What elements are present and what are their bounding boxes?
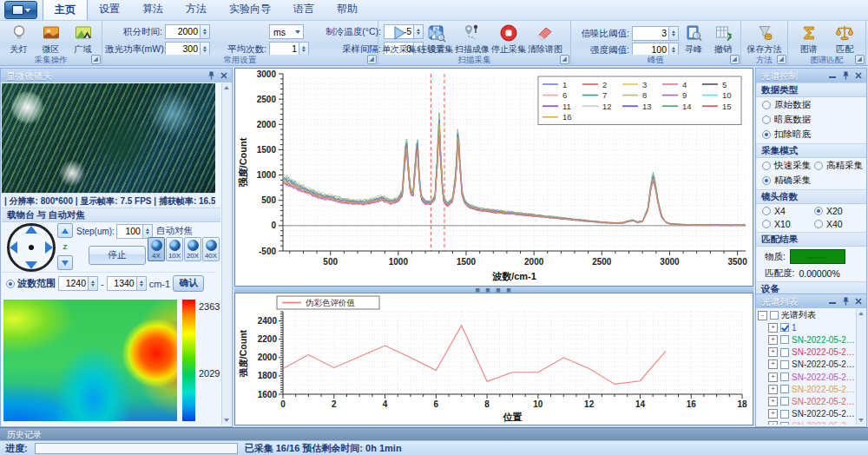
stage-dpad[interactable] [7,223,56,272]
lens-10x-button[interactable]: 10X [166,237,183,261]
radio-icon[interactable] [762,130,771,139]
lens-40x-button[interactable]: 40X [202,237,220,261]
dialog-launcher-icon[interactable] [730,55,740,64]
lamp-off-button[interactable]: 关灯 [3,23,35,56]
ribbon-tab-6[interactable]: 帮助 [326,0,369,20]
lens-4x-button[interactable]: 4X [148,237,165,261]
dialog-launcher-icon[interactable] [855,55,865,64]
tree-item-7[interactable]: +SN-2022-05-24-17-07-4... [758,408,857,420]
option-dark-data[interactable]: 暗底数据 [756,112,866,127]
snr-threshold-stepper[interactable]: 3 [632,26,679,41]
evaluation-chart[interactable]: 02468101214161816001800200022002400伪彩色评价… [235,293,753,425]
radio-icon[interactable] [814,220,823,228]
integration-time-stepper[interactable]: 2000 [165,24,210,39]
ribbon-tab-0[interactable]: 主页 [43,0,88,20]
expand-icon[interactable]: + [768,385,778,394]
checkbox[interactable] [780,422,789,425]
save-method-button[interactable]: 保存方法 [744,23,785,56]
close-icon[interactable] [853,70,864,81]
history-bar[interactable]: 历史记录 [0,427,868,440]
tree-item-3[interactable]: +SN-2022-05-27-13-36-1... [758,359,857,371]
tree-item-8[interactable]: +SN-2022-05-24-16-24-5... [758,420,857,425]
dialog-launcher-icon[interactable] [367,55,377,64]
tree-root[interactable]: -光谱列表 [758,309,857,321]
ribbon-tab-2[interactable]: 算法 [131,0,174,20]
confirm-button[interactable]: 确认 [173,275,204,292]
stage-down-arrow[interactable] [25,261,37,269]
z-down-button[interactable] [57,255,73,270]
wide-area-button[interactable]: 广域 [67,23,99,56]
micro-area-button[interactable]: 微区 [35,23,67,56]
stop-acquire-button[interactable]: 停止采集 [490,23,527,56]
tree-item-4[interactable]: +SN-2022-05-27-13-36-1... [758,371,857,383]
radio-icon[interactable] [814,162,823,170]
single-acquire-button[interactable]: 单次采集 [381,23,418,56]
chart-splitter[interactable]: ■ ■ ■ ■ [234,287,753,293]
checkbox[interactable] [780,373,789,381]
spectrum-list-scrollbar[interactable] [856,309,865,425]
radio-icon[interactable] [762,220,771,228]
tree-item-2[interactable]: +SN-2022-05-27-13-36-1... [758,346,857,359]
checkbox[interactable] [780,323,789,332]
tree-item-5[interactable]: +SN-2022-05-24-17-07-4... [758,383,857,395]
pin-icon[interactable] [840,70,851,81]
expand-icon[interactable]: + [768,347,778,357]
option-x20[interactable]: X20 [814,204,866,217]
expand-icon[interactable]: + [768,323,778,333]
pin-icon[interactable] [206,70,216,81]
ribbon-tab-1[interactable]: 设置 [88,0,131,20]
option-fast-acquire[interactable]: 快速采集 [762,158,814,173]
checkbox[interactable] [780,385,789,393]
expand-icon[interactable]: + [768,397,778,406]
option-raw-data[interactable]: 原始数据 [756,97,866,112]
minimize-icon[interactable] [827,296,838,307]
expand-icon[interactable]: + [768,373,778,382]
checkbox[interactable] [780,360,789,369]
checkbox[interactable] [770,311,779,320]
tree-item-1[interactable]: +SN-2022-05-27-13-36-1... [758,333,857,346]
wavenumber-range-radio[interactable] [6,280,15,288]
close-icon[interactable] [219,70,229,81]
pin-icon[interactable] [840,296,851,307]
collapse-icon[interactable]: - [758,311,767,320]
checkbox[interactable] [780,348,789,357]
radio-icon[interactable] [814,207,823,215]
minimize-icon[interactable] [827,70,838,81]
checkbox[interactable] [780,335,789,344]
application-menu-button[interactable] [4,1,37,19]
option-x40[interactable]: X40 [814,217,866,230]
scan-imaging-button[interactable]: 扫描成像 [454,23,490,56]
radio-icon[interactable] [762,115,771,124]
ribbon-tab-5[interactable]: 语言 [282,0,326,20]
stage-right-arrow[interactable] [45,241,53,254]
clear-spectra-button[interactable]: 清除谱图 [527,23,563,56]
checkbox[interactable] [780,410,789,419]
option-subtract-dark[interactable]: 扣除暗底 [756,127,866,142]
range-from-stepper[interactable]: 1240 [58,276,98,291]
tree-item-6[interactable]: +SN-2022-05-24-17-07-4... [758,395,857,407]
range-to-stepper[interactable]: 1340 [107,276,147,291]
dialog-launcher-icon[interactable] [777,55,786,64]
match-button[interactable]: 匹配 [827,23,864,56]
spectrum-chart[interactable]: 500100015002000250030003500-500050010001… [235,69,753,286]
radio-icon[interactable] [762,207,771,215]
expand-icon[interactable]: + [768,421,778,425]
checkbox[interactable] [780,397,789,406]
stage-up-arrow[interactable] [25,226,37,234]
option-accurate-acquire[interactable]: 精确采集 [762,173,814,188]
find-peak-button[interactable]: 寻峰 [679,23,708,56]
option-x4[interactable]: X4 [762,204,814,217]
option-high-precision-acquire[interactable]: 高精采集 [814,158,866,173]
radio-icon[interactable] [762,162,771,170]
time-unit-dropdown[interactable]: ms [269,24,304,39]
left-panel-scrollbar[interactable] [221,83,231,425]
radio-icon[interactable] [762,101,771,109]
stop-button[interactable]: 停止 [89,246,146,265]
option-x10[interactable]: X10 [762,217,814,230]
dialog-launcher-icon[interactable] [91,55,101,64]
stage-left-arrow[interactable] [10,241,17,254]
lens-20x-button[interactable]: 20X [184,237,201,261]
ribbon-tab-3[interactable]: 方法 [174,0,218,20]
continuous-acquire-button[interactable]: 连续采集 [418,23,454,56]
tree-item-0[interactable]: +1 [758,321,857,333]
